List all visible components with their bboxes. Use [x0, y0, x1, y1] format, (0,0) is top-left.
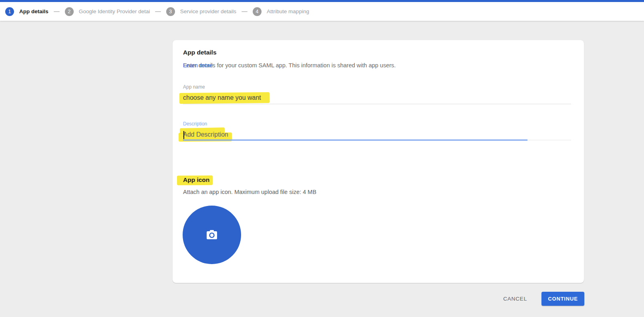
step-4-circle: 4 [253, 7, 262, 16]
camera-icon [205, 228, 219, 241]
description-label: Description [183, 121, 207, 127]
saml-app-wizard-page: { "colors": { "primary_blue": "#2d63cb",… [0, 0, 644, 317]
step-app-details[interactable]: 1 App details [5, 7, 48, 16]
step-service-provider-details[interactable]: 3 Service provider details [166, 7, 236, 16]
app-icon-upload-button[interactable] [183, 206, 241, 264]
step-4-label: Attribute mapping [267, 8, 309, 14]
app-icon-heading: App icon [183, 176, 209, 184]
app-name-label: App name [183, 84, 205, 90]
step-2-label: Google Identity Provider details [79, 8, 150, 14]
step-3-circle: 3 [166, 7, 175, 16]
app-name-input[interactable]: choose any name you want [183, 94, 261, 101]
description-input[interactable]: Add Description [183, 131, 184, 139]
step-connector [54, 11, 60, 12]
app-name-underline [183, 104, 571, 104]
continue-button[interactable]: CONTINUE [541, 292, 584, 306]
subtitle-text: Enter details for your custom SAML app. … [183, 62, 396, 69]
app-details-card: App details Enter details for your custo… [173, 40, 584, 283]
step-1-label: App details [19, 8, 48, 14]
step-attribute-mapping[interactable]: 4 Attribute mapping [253, 7, 309, 16]
app-icon-caption: Attach an app icon. Maximum upload file … [183, 189, 316, 195]
step-connector [242, 11, 248, 12]
step-connector [155, 11, 161, 12]
wizard-footer-actions: CANCEL CONTINUE [499, 292, 584, 306]
step-google-idp-details[interactable]: 2 Google Identity Provider details [65, 7, 150, 16]
learn-more-link[interactable]: Learn more [183, 62, 213, 69]
step-1-circle: 1 [5, 7, 14, 16]
text-caret [183, 131, 184, 139]
step-3-label: Service provider details [180, 8, 236, 14]
card-title: App details [183, 49, 217, 56]
description-value-text: Add Description [183, 131, 228, 138]
step-2-circle: 2 [65, 7, 74, 16]
description-focus-underline [183, 139, 527, 141]
cancel-button[interactable]: CANCEL [499, 293, 531, 305]
wizard-stepper: 1 App details 2 Google Identity Provider… [0, 2, 644, 21]
